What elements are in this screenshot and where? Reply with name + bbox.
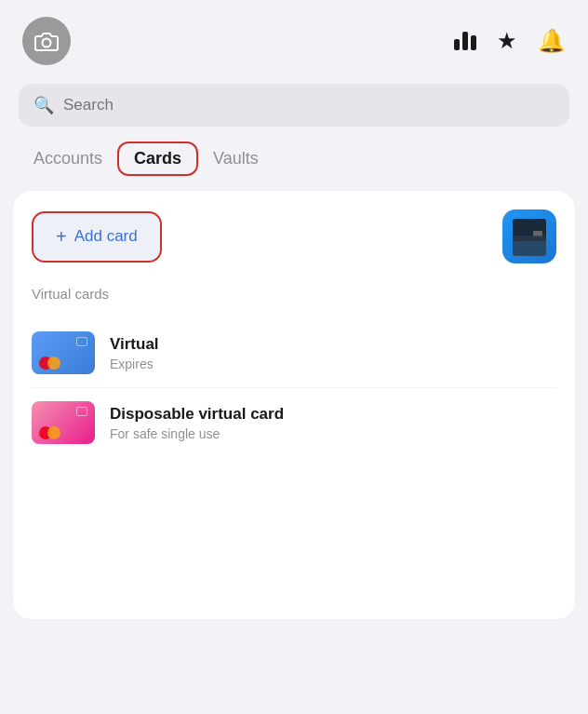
card-thumb-pink <box>32 401 95 444</box>
card-item-disposable[interactable]: Disposable virtual card For safe single … <box>32 388 556 457</box>
tabs-container: Accounts Cards Vaults <box>0 141 588 176</box>
card-name-virtual: Virtual <box>110 335 556 354</box>
virtual-cards-label: Virtual cards <box>32 286 556 302</box>
card-sub-disposable: For safe single use <box>110 426 556 441</box>
mc-dot-right <box>47 357 60 370</box>
add-card-label: Add card <box>74 227 138 246</box>
card-item-virtual[interactable]: Virtual Expires <box>32 318 556 388</box>
tab-cards[interactable]: Cards <box>117 141 198 176</box>
wallet-card-mini2 <box>513 236 546 256</box>
plus-icon: + <box>56 226 67 248</box>
search-input[interactable] <box>63 96 555 115</box>
tab-accounts[interactable]: Accounts <box>19 141 117 176</box>
add-card-button[interactable]: + Add card <box>32 211 162 263</box>
top-bar: ★ 🔔 <box>0 0 588 76</box>
camera-button[interactable] <box>22 17 71 65</box>
bell-icon[interactable]: 🔔 <box>538 28 566 54</box>
mc-dot-right-pink <box>47 426 60 439</box>
card-thumb-blue <box>32 331 95 374</box>
search-bar: 🔍 <box>19 84 569 127</box>
tab-vaults[interactable]: Vaults <box>198 141 274 176</box>
camera-icon <box>34 31 59 51</box>
main-content: + Add card Virtual cards Virtual Expires <box>13 191 575 619</box>
search-container: 🔍 <box>0 76 588 141</box>
search-icon: 🔍 <box>33 95 54 115</box>
top-icons: ★ 🔔 <box>454 28 566 54</box>
card-name-disposable: Disposable virtual card <box>110 405 556 424</box>
wallet-app-icon[interactable] <box>502 209 556 263</box>
svg-point-0 <box>43 39 51 47</box>
mastercard-logo <box>39 357 60 370</box>
card-sub-virtual: Expires <box>110 357 556 371</box>
bar-chart-icon[interactable] <box>454 32 476 50</box>
card-info-virtual: Virtual Expires <box>110 335 556 371</box>
card-list: Virtual Expires Disposable virtual card … <box>32 318 556 457</box>
star-icon[interactable]: ★ <box>497 28 517 54</box>
add-card-row: + Add card <box>32 209 556 263</box>
card-info-disposable: Disposable virtual card For safe single … <box>110 405 556 441</box>
mastercard-logo-pink <box>39 426 60 439</box>
